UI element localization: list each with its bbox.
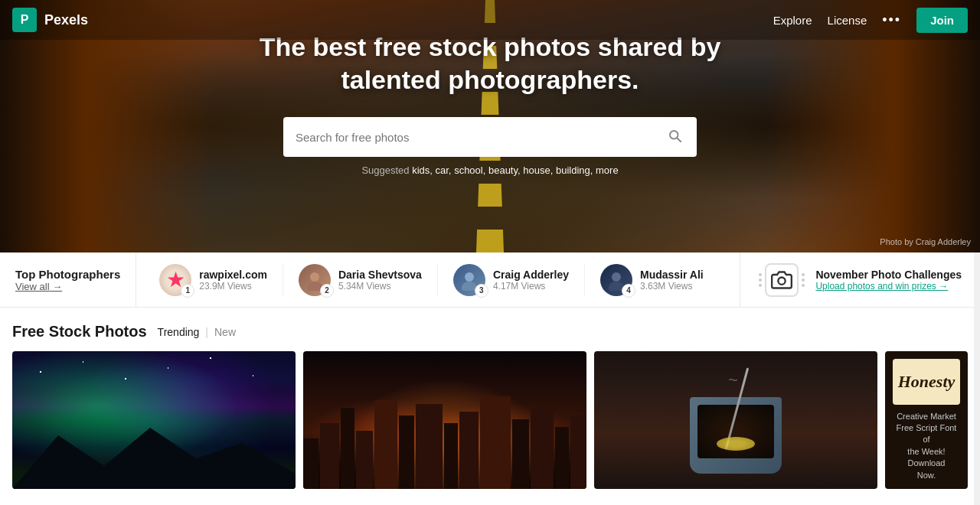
search-icon <box>668 129 681 142</box>
navbar: P Pexels Explore License ••• Join <box>0 0 980 40</box>
join-button[interactable]: Join <box>916 8 968 33</box>
photos-section-title: Free Stock Photos <box>12 323 147 340</box>
photo-card-coffee[interactable]: ~ <box>594 351 877 489</box>
svg-rect-14 <box>374 400 397 489</box>
photo-card-city[interactable] <box>303 351 586 489</box>
photos-header: Free Stock Photos Trending | New <box>12 323 968 340</box>
svg-marker-9 <box>12 428 296 489</box>
dot-5 <box>802 279 805 282</box>
search-input[interactable] <box>296 131 665 144</box>
camera-icon-wrap <box>759 263 805 297</box>
avatar-wrap-2: 2 <box>299 264 331 296</box>
filter-trending[interactable]: Trending <box>158 326 200 338</box>
photographer-info-3: Craig Adderley 4.17M Views <box>493 269 569 292</box>
photo-card-honesty[interactable]: Honesty Creative MarketFree Script Font … <box>885 351 968 489</box>
suggested-house[interactable]: house, <box>523 165 553 176</box>
nav-more-dots[interactable]: ••• <box>882 12 901 28</box>
filter-tabs: Trending | New <box>158 326 236 338</box>
challenge-link[interactable]: Upload photos and win prizes → <box>815 281 962 292</box>
svg-rect-13 <box>356 431 373 489</box>
suggested-beauty[interactable]: beauty, <box>488 165 521 176</box>
svg-rect-23 <box>570 415 586 489</box>
photographer-name-4: Mudassir Ali <box>640 269 704 281</box>
photographer-views-1: 23.9M Views <box>199 281 267 292</box>
hero-section: P Pexels Explore License ••• Join The be… <box>0 0 980 252</box>
logo-letter: P <box>21 13 29 27</box>
dot-6 <box>802 284 805 287</box>
dot-3 <box>759 284 762 287</box>
suggested-school[interactable]: school, <box>454 165 485 176</box>
photographer-item[interactable]: ★ 1 rawpixel.com 23.9M Views <box>144 264 283 296</box>
dot-1 <box>759 273 762 276</box>
strip-title: Top Photographers <box>15 268 120 281</box>
photographer-item-2[interactable]: 2 Daria Shevtsova 5.34M Views <box>283 264 438 296</box>
challenge-info: November Photo Challenges Upload photos … <box>815 269 962 292</box>
dot-2 <box>759 279 762 282</box>
search-bar <box>283 117 697 157</box>
svg-point-6 <box>612 272 621 282</box>
suggested-more[interactable]: more <box>596 165 619 176</box>
photos-grid: ~ Honesty Creative MarketFree Script Fon… <box>12 351 968 489</box>
svg-rect-12 <box>341 408 354 489</box>
photographer-item-3[interactable]: 3 Craig Adderley 4.17M Views <box>438 264 585 296</box>
hero-content: The best free stock photos shared by tal… <box>0 31 980 176</box>
svg-rect-22 <box>555 427 569 489</box>
svg-rect-17 <box>444 423 458 489</box>
photographer-info-2: Daria Shevtsova 5.34M Views <box>338 269 422 292</box>
steam-icon: ~ <box>728 370 738 390</box>
mountain-silhouette <box>12 420 296 489</box>
filter-separator: | <box>205 326 208 338</box>
honesty-card: Honesty <box>893 359 960 405</box>
photographer-views-4: 3.63M Views <box>640 281 704 292</box>
rank-badge-2: 2 <box>320 284 334 298</box>
photographer-info-4: Mudassir Ali 3.63M Views <box>640 269 704 292</box>
photo-card-aurora[interactable] <box>12 351 296 489</box>
honesty-text: Honesty <box>898 372 956 392</box>
svg-rect-19 <box>480 396 511 489</box>
suggested-kids[interactable]: kids, <box>412 165 433 176</box>
avatar-wrap-3: 3 <box>453 264 485 296</box>
photographer-name-3: Craig Adderley <box>493 269 569 281</box>
camera-icon <box>765 263 799 297</box>
svg-point-0 <box>670 131 678 139</box>
city-skyline <box>303 393 586 489</box>
creative-market-text: Creative MarketFree Script Font ofthe We… <box>893 411 960 481</box>
svg-point-2 <box>310 272 319 282</box>
filter-new[interactable]: New <box>214 326 236 338</box>
svg-rect-16 <box>416 404 443 489</box>
coffee-visual: ~ <box>594 351 877 489</box>
camera-dots-right <box>802 273 805 287</box>
svg-point-8 <box>779 277 786 284</box>
hero-title: The best free stock photos shared by tal… <box>260 31 721 96</box>
nav-license[interactable]: License <box>828 14 867 27</box>
svg-point-4 <box>465 272 474 282</box>
coffee-mug-container: ~ <box>675 367 797 474</box>
avatar-wrap-4: 4 <box>600 264 632 296</box>
avatar-wrap-1: ★ 1 <box>159 264 191 296</box>
strip-left: Top Photographers View all → <box>0 252 136 307</box>
suggested-car[interactable]: car, <box>436 165 452 176</box>
logo-box[interactable]: P <box>12 8 37 32</box>
suggested-row: Suggested kids, car, school, beauty, hou… <box>361 165 618 176</box>
lemon-slice <box>717 437 755 451</box>
svg-rect-15 <box>399 415 414 489</box>
svg-rect-10 <box>303 438 318 489</box>
rank-badge-3: 3 <box>475 284 488 298</box>
photos-section: Free Stock Photos Trending | New <box>0 308 980 489</box>
suggested-label: Suggested <box>361 165 409 176</box>
challenge-title: November Photo Challenges <box>815 269 962 281</box>
view-all-link[interactable]: View all → <box>15 281 120 292</box>
search-button[interactable] <box>665 125 684 149</box>
brand-name: Pexels <box>44 12 88 28</box>
navbar-right: Explore License ••• Join <box>773 8 968 33</box>
top-photographers-strip: Top Photographers View all → ★ 1 rawpixe… <box>0 252 980 308</box>
svg-line-1 <box>678 138 681 142</box>
photographer-item-4[interactable]: 4 Mudassir Ali 3.63M Views <box>585 264 719 296</box>
camera-dots-left <box>759 273 762 287</box>
suggested-building[interactable]: building, <box>556 165 593 176</box>
strip-challenge: November Photo Challenges Upload photos … <box>740 252 980 307</box>
nav-explore[interactable]: Explore <box>773 14 812 27</box>
svg-rect-18 <box>459 412 479 489</box>
svg-rect-20 <box>512 419 529 489</box>
photographers-list: ★ 1 rawpixel.com 23.9M Views 2 <box>136 252 740 307</box>
